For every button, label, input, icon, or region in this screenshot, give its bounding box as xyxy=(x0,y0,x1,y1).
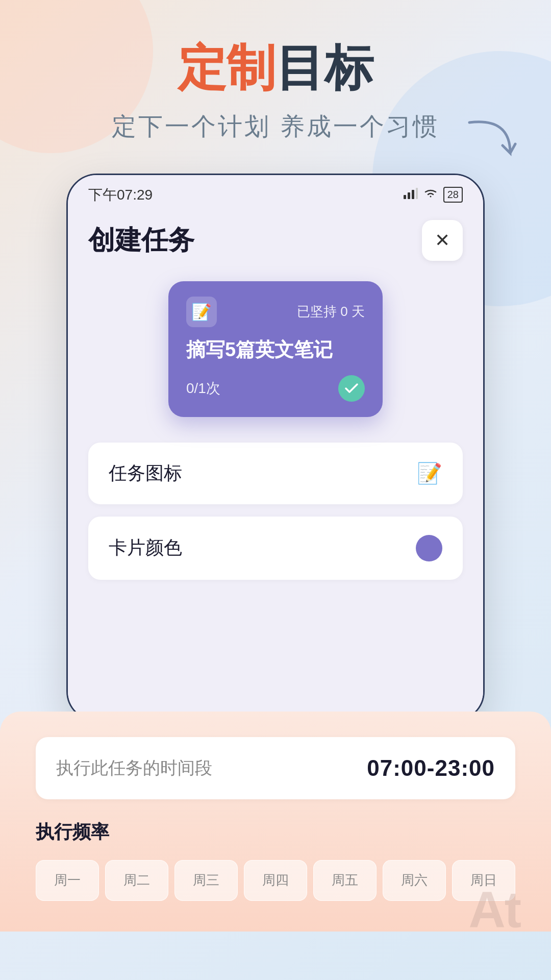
content-header: 创建任务 ✕ xyxy=(88,220,463,261)
time-label: 执行此任务的时间段 xyxy=(56,756,212,780)
battery-icon: 28 xyxy=(443,187,463,203)
card-top-row: 📝 已坚持 0 天 xyxy=(186,297,365,327)
at-text-container: At xyxy=(468,880,520,939)
svg-rect-3 xyxy=(416,188,418,199)
status-time: 下午07:29 xyxy=(88,185,153,205)
svg-rect-1 xyxy=(408,192,410,199)
weekday-fri[interactable]: 周五 xyxy=(313,860,377,901)
status-icons: 28 xyxy=(404,187,463,203)
subtitle: 定下一个计划 养成一个习惯 xyxy=(112,110,439,143)
card-bottom-row: 0/1次 xyxy=(186,375,365,402)
battery-level: 28 xyxy=(447,189,459,201)
svg-rect-0 xyxy=(404,195,406,199)
color-circle xyxy=(416,535,442,561)
weekday-mon[interactable]: 周一 xyxy=(36,860,99,901)
weekday-row: 周一 周二 周三 周四 周五 周六 周日 xyxy=(36,860,515,901)
weekday-sat[interactable]: 周六 xyxy=(383,860,446,901)
card-streak: 已坚持 0 天 xyxy=(297,303,365,321)
frequency-section: 执行频率 周一 周二 周三 周四 周五 周六 周日 xyxy=(36,820,515,901)
at-text: At xyxy=(468,881,520,938)
time-row[interactable]: 执行此任务的时间段 07:00-23:00 xyxy=(36,737,515,799)
task-icon-label: 任务图标 xyxy=(109,461,182,486)
weekday-wed[interactable]: 周三 xyxy=(174,860,238,901)
time-value: 07:00-23:00 xyxy=(367,755,495,781)
title-part1: 定制 xyxy=(178,40,276,95)
frequency-title: 执行频率 xyxy=(36,820,515,845)
weekday-tue[interactable]: 周二 xyxy=(105,860,168,901)
wifi-icon xyxy=(424,188,437,202)
card-color-row[interactable]: 卡片颜色 xyxy=(88,517,463,580)
card-task-name: 摘写5篇英文笔记 xyxy=(186,337,365,362)
main-title: 定制目标 xyxy=(20,41,531,95)
page-title: 创建任务 xyxy=(88,223,194,258)
card-check-button[interactable] xyxy=(338,375,365,402)
task-icon-value: 📝 xyxy=(417,461,442,485)
task-card: 📝 已坚持 0 天 摘写5篇英文笔记 0/1次 xyxy=(168,281,383,417)
phone-mockup: 下午07:29 xyxy=(66,174,485,722)
phone-container: 下午07:29 xyxy=(0,174,551,722)
app-content: 创建任务 ✕ 📝 已坚持 0 天 摘写5篇英文笔记 xyxy=(68,210,483,720)
task-card-preview: 📝 已坚持 0 天 摘写5篇英文笔记 0/1次 xyxy=(88,281,463,417)
status-bar: 下午07:29 xyxy=(68,175,483,210)
card-icon: 📝 xyxy=(186,297,217,327)
card-color-label: 卡片颜色 xyxy=(109,535,182,560)
weekday-thu[interactable]: 周四 xyxy=(244,860,307,901)
close-icon: ✕ xyxy=(435,230,450,251)
task-icon-row[interactable]: 任务图标 📝 xyxy=(88,443,463,504)
svg-rect-2 xyxy=(412,190,414,199)
signal-icon xyxy=(404,188,418,202)
title-part2: 目标 xyxy=(276,40,373,95)
header-section: 定制目标 定下一个计划 养成一个习惯 xyxy=(0,0,551,163)
close-button[interactable]: ✕ xyxy=(422,220,463,261)
card-progress: 0/1次 xyxy=(186,379,220,398)
